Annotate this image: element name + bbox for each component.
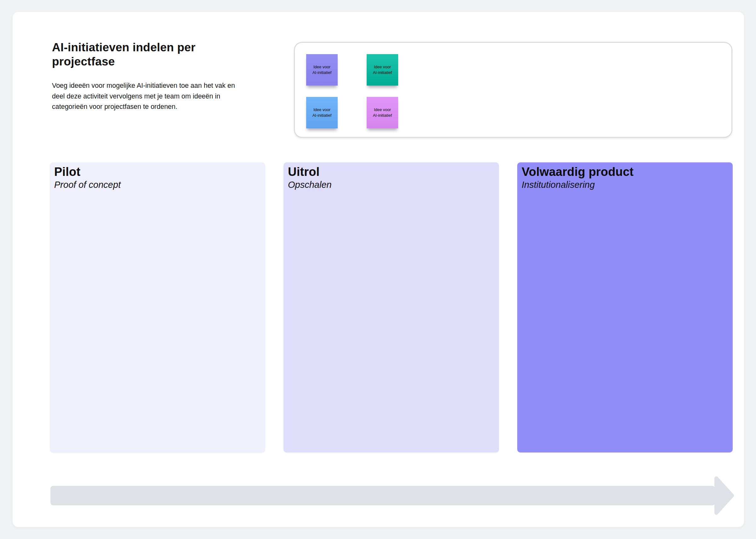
idea-tray[interactable]: Idee voor AI-initiatief Idee voor AI-ini…	[294, 42, 732, 138]
column-header: Pilot Proof of concept	[50, 162, 265, 193]
column-subtitle: Institutionalisering	[521, 179, 728, 191]
page-description: Voeg ideeën voor mogelijke AI-initiatiev…	[52, 81, 241, 112]
whiteboard-canvas: AI-initiatieven indelen per projectfase …	[0, 0, 756, 539]
column-header: Uitrol Opschalen	[284, 162, 499, 193]
column-uitrol[interactable]: Uitrol Opschalen	[284, 162, 499, 452]
page-title: AI-initiatieven indelen per projectfase	[52, 40, 229, 69]
column-title: Uitrol	[288, 165, 495, 179]
sticky-note-teal[interactable]: Idee voor AI-initiatief	[367, 54, 398, 86]
column-volwaardig-product[interactable]: Volwaardig product Institutionalisering	[517, 162, 733, 452]
timeline-arrow-head	[716, 478, 732, 513]
column-header: Volwaardig product Institutionalisering	[517, 162, 733, 193]
timeline-arrow-bar	[50, 486, 715, 505]
column-subtitle: Proof of concept	[54, 179, 261, 191]
column-title: Pilot	[54, 165, 261, 179]
board-card: AI-initiatieven indelen per projectfase …	[13, 12, 744, 527]
sticky-note-purple[interactable]: Idee voor AI-initiatief	[306, 54, 338, 86]
column-pilot[interactable]: Pilot Proof of concept	[50, 162, 265, 452]
column-title: Volwaardig product	[521, 165, 728, 179]
sticky-note-violet[interactable]: Idee voor AI-initiatief	[367, 97, 398, 128]
sticky-note-blue[interactable]: Idee voor AI-initiatief	[306, 97, 338, 128]
intro-block: AI-initiatieven indelen per projectfase …	[52, 40, 247, 112]
timeline-arrow[interactable]	[50, 473, 736, 517]
column-subtitle: Opschalen	[288, 179, 495, 191]
